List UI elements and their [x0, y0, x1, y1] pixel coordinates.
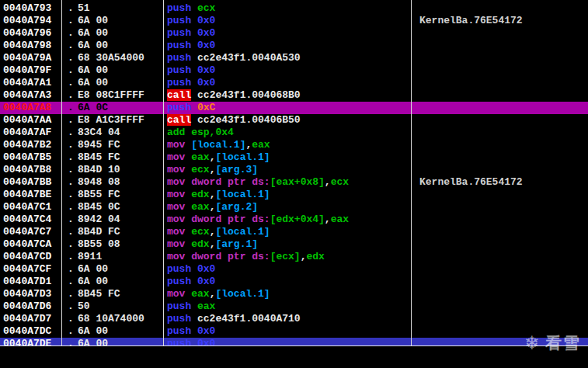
- disasm-row[interactable]: 0040A7D7.68 10A74000push cc2e43f1.0040A7…: [0, 313, 588, 325]
- row-bytes: 6A 0C: [78, 102, 108, 114]
- row-bytes: 8945 FC: [78, 139, 120, 151]
- row-bytes: 6A 00: [78, 40, 108, 52]
- instruction-token: [191, 89, 197, 101]
- row-instruction: push eax: [167, 300, 215, 313]
- instruction-token: push: [167, 102, 197, 113]
- instruction-token: push: [167, 52, 197, 64]
- disasm-row[interactable]: 0040A793.51push ecx: [0, 2, 588, 15]
- disasm-row[interactable]: 0040A7AF.83C4 04add esp,0x4: [0, 127, 588, 139]
- row-bytes: 83C4 04: [78, 127, 120, 139]
- disasm-row[interactable]: 0040A7CA.8B55 08mov edx,[arg.1]: [0, 238, 588, 251]
- analysis-dot: .: [68, 89, 74, 102]
- disasm-row[interactable]: 0040A7DC.6A 00push 0x0: [0, 325, 588, 338]
- instruction-token: edx: [191, 189, 209, 200]
- instruction-token: [edx+0x4]: [270, 214, 325, 225]
- row-instruction: mov edx,[local.1]: [167, 189, 270, 201]
- row-instruction: mov edx,[arg.1]: [167, 238, 258, 251]
- row-instruction: push ecx: [167, 2, 215, 15]
- disasm-row[interactable]: 0040A7BE.8B55 FCmov edx,[local.1]: [0, 189, 588, 201]
- row-instruction: push cc2e43f1.0040A710: [167, 313, 301, 325]
- disasm-row[interactable]: 0040A7D3.8B45 FCmov eax,[local.1]: [0, 288, 588, 300]
- row-address: 0040A7B5: [3, 151, 51, 164]
- instruction-token: cc2e43f1.0040A710: [197, 313, 301, 325]
- instruction-token: ecx: [197, 2, 215, 14]
- disasm-row[interactable]: 0040A7A8.6A 0Cpush 0xC: [0, 102, 588, 114]
- instruction-token: dword ptr ds:: [191, 214, 270, 225]
- disasm-row[interactable]: 0040A7B2.8945 FCmov [local.1],eax: [0, 139, 588, 151]
- row-address: 0040A7DC: [3, 325, 51, 338]
- row-address: 0040A7D3: [3, 288, 51, 300]
- row-instruction: mov dword ptr ds:[ecx],edx: [167, 251, 325, 263]
- instruction-token: call: [167, 89, 191, 101]
- disasm-row[interactable]: 0040A7CD.8911mov dword ptr ds:[ecx],edx: [0, 251, 588, 263]
- instruction-token: ,: [325, 176, 331, 188]
- analysis-dot: .: [68, 338, 74, 346]
- row-bytes: 68 10A74000: [78, 313, 144, 325]
- instruction-token: push: [167, 276, 197, 287]
- analysis-dot: .: [68, 288, 74, 300]
- analysis-dot: .: [68, 214, 74, 226]
- row-instruction: push 0x0: [167, 64, 215, 77]
- row-address: 0040A7A3: [3, 89, 51, 102]
- row-bytes: 6A 00: [78, 338, 108, 346]
- disasm-row[interactable]: 0040A7AA.E8 A1C3FFFFcall cc2e43f1.00406B…: [0, 114, 588, 127]
- instruction-token: [ecx]: [270, 251, 301, 262]
- instruction-token: cc2e43f1.004068B0: [197, 89, 301, 101]
- column-resize-handle-disassembly[interactable]: [163, 0, 164, 345]
- instruction-token: [191, 114, 197, 126]
- analysis-dot: .: [68, 127, 74, 139]
- row-instruction: mov dword ptr ds:[eax+0x8],ecx: [167, 176, 349, 189]
- analysis-dot: .: [68, 164, 74, 176]
- row-address: 0040A7BE: [3, 189, 51, 201]
- analysis-dot: .: [68, 313, 74, 325]
- disasm-row[interactable]: 0040A7C7.8B4D FCmov ecx,[local.1]: [0, 226, 588, 238]
- instruction-token: [arg.3]: [215, 164, 258, 175]
- row-instruction: mov [local.1],eax: [167, 139, 270, 151]
- analysis-dot: .: [68, 40, 74, 52]
- disasm-row[interactable]: 0040A7A1.6A 00push 0x0: [0, 77, 588, 89]
- disasm-row[interactable]: 0040A7C4.8942 04mov dword ptr ds:[edx+0x…: [0, 214, 588, 226]
- disasm-row[interactable]: 0040A7BB.8948 08mov dword ptr ds:[eax+0x…: [0, 176, 588, 189]
- analysis-dot: .: [68, 2, 74, 15]
- disasm-row[interactable]: 0040A79A.68 30A54000push cc2e43f1.0040A5…: [0, 52, 588, 64]
- row-bytes: 8911: [78, 251, 102, 263]
- disasm-row[interactable]: 0040A7D1.6A 00push 0x0: [0, 276, 588, 288]
- disasm-row[interactable]: 0040A796.6A 00push 0x0: [0, 27, 588, 40]
- disasm-row[interactable]: 0040A7B5.8B45 FCmov eax,[local.1]: [0, 151, 588, 164]
- row-address: 0040A794: [3, 15, 51, 27]
- disasm-row[interactable]: 0040A7CF.6A 00push 0x0: [0, 263, 588, 276]
- row-address: 0040A7CA: [3, 238, 51, 251]
- analysis-dot: .: [68, 102, 74, 114]
- analysis-dot: .: [68, 176, 74, 189]
- disasm-row[interactable]: 0040A7A3.E8 08C1FFFFcall cc2e43f1.004068…: [0, 89, 588, 102]
- instruction-token: push: [167, 15, 197, 26]
- row-instruction: push cc2e43f1.0040A530: [167, 52, 301, 64]
- disasm-row[interactable]: 0040A798.6A 00push 0x0: [0, 40, 588, 52]
- row-address: 0040A7D6: [3, 300, 51, 313]
- disasm-row[interactable]: 0040A7B8.8B4D 10mov ecx,[arg.3]: [0, 164, 588, 176]
- row-address: 0040A7D1: [3, 276, 51, 288]
- column-resize-handle-comment[interactable]: [411, 0, 412, 345]
- column-resize-handle-bytes[interactable]: [61, 0, 62, 345]
- instruction-token: 0x0: [197, 263, 215, 275]
- row-address: 0040A7BB: [3, 176, 51, 189]
- instruction-token: edx: [306, 251, 324, 262]
- row-bytes: 50: [78, 300, 90, 313]
- row-instruction: mov dword ptr ds:[edx+0x4],eax: [167, 214, 349, 226]
- disasm-row[interactable]: 0040A794.6A 00push 0x0KernelBa.76E54172: [0, 15, 588, 27]
- row-address: 0040A7B8: [3, 164, 51, 176]
- row-bytes: 8B55 FC: [78, 189, 120, 201]
- row-instruction: push 0xC: [167, 102, 215, 114]
- disasm-row[interactable]: 0040A7C1.8B45 0Cmov eax,[arg.2]: [0, 201, 588, 214]
- disasm-row[interactable]: 0040A7D6.50push eax: [0, 300, 588, 313]
- instruction-token: [local.1]: [191, 139, 245, 151]
- row-address: 0040A79F: [3, 64, 51, 77]
- disasm-row[interactable]: 0040A79F.6A 00push 0x0: [0, 64, 588, 77]
- disasm-row[interactable]: 0040A7DE.6A 00push 0x0: [0, 338, 588, 346]
- row-address: 0040A7A1: [3, 77, 51, 89]
- analysis-dot: .: [68, 15, 74, 27]
- instruction-token: ,: [325, 214, 331, 225]
- instruction-token: [local.1]: [215, 226, 270, 238]
- instruction-token: [local.1]: [215, 189, 270, 200]
- row-address: 0040A7C4: [3, 214, 51, 226]
